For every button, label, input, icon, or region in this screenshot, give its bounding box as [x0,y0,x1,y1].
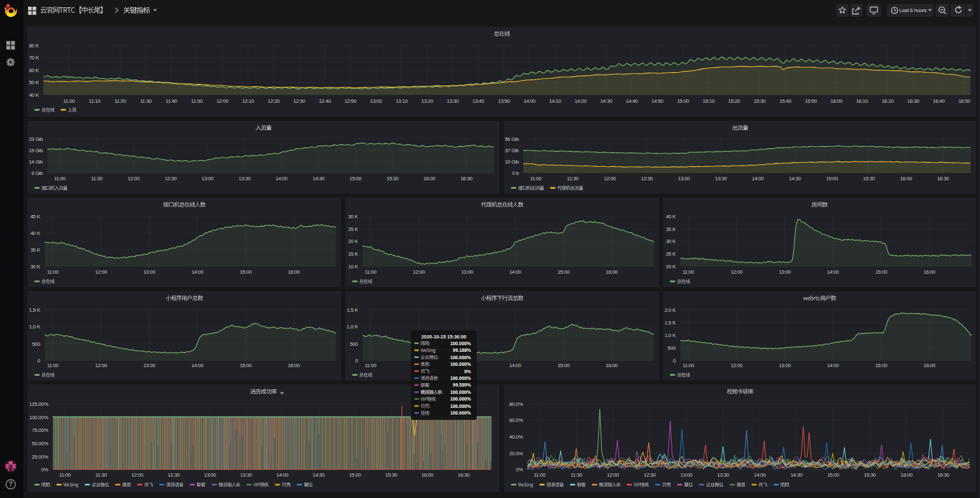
svg-text:20 K: 20 K [666,264,676,270]
svg-text:13:20: 13:20 [421,98,433,104]
svg-text:9 Gib: 9 Gib [31,170,43,176]
svg-text:1.0 K: 1.0 K [29,324,41,330]
svg-text:37 Gib: 37 Gib [505,148,519,154]
svg-text:15:00: 15:00 [349,472,361,478]
svg-text:13:00: 13:00 [779,362,791,368]
svg-text:15:00: 15:00 [557,269,569,275]
svg-text:15:00: 15:00 [826,176,838,182]
svg-text:100.000%: 100.000% [450,355,471,360]
svg-text:16:00: 16:00 [900,176,912,182]
svg-text::: : [442,390,443,395]
svg-text:13:00: 13:00 [144,269,156,275]
svg-text:12:00: 12:00 [128,176,140,182]
svg-text:40.0%: 40.0% [509,434,523,440]
svg-text:100.000%: 100.000% [450,404,471,409]
svg-text:1.0 K: 1.0 K [665,332,677,338]
svg-text:0%: 0% [41,467,48,473]
svg-text:12:30: 12:30 [293,98,305,104]
svg-text:1.5 K: 1.5 K [347,307,359,313]
svg-text:100.000%: 100.000% [450,411,471,415]
svg-text:12:00: 12:00 [95,269,107,275]
svg-text:15:00: 15:00 [557,362,569,368]
svg-text:60.0%: 60.0% [509,417,523,423]
svg-text:60 K: 60 K [29,67,39,73]
svg-text::: : [429,341,431,346]
svg-text:12:00: 12:00 [604,176,616,182]
svg-text:1.5 K: 1.5 K [665,320,677,326]
svg-text:11:30: 11:30 [567,176,578,182]
svg-text:11:00: 11:00 [682,362,694,368]
svg-text:12:10: 12:10 [242,98,254,104]
svg-text:25.00%: 25.00% [32,454,49,460]
svg-text::: : [435,348,437,352]
svg-text:13:40: 13:40 [473,98,485,104]
svg-text:40 K: 40 K [666,214,676,220]
svg-text:100.000%: 100.000% [450,390,471,395]
svg-text:15:10: 15:10 [702,98,714,104]
svg-text:2020-10-15 15:36:00: 2020-10-15 15:36:00 [421,334,467,340]
svg-text:16:20: 16:20 [882,98,894,104]
svg-text:15:30: 15:30 [387,176,399,182]
svg-text:15:30: 15:30 [754,98,766,104]
svg-text:1.5 K: 1.5 K [29,307,41,313]
svg-text:16:00: 16:00 [605,269,618,275]
svg-text:56 Gib: 56 Gib [505,136,519,142]
svg-text:13:00: 13:00 [204,472,216,478]
svg-text:11:30: 11:30 [140,98,152,104]
svg-text:13:30: 13:30 [240,472,252,478]
svg-text:13:00: 13:00 [678,176,690,182]
svg-text:13:00: 13:00 [680,472,692,478]
svg-text:16:00: 16:00 [830,98,842,104]
svg-text:16:10: 16:10 [856,98,868,104]
svg-text:50.00%: 50.00% [32,441,49,447]
svg-text:15:30: 15:30 [864,472,876,478]
svg-text::: : [429,362,431,366]
svg-text:12:00: 12:00 [216,98,228,104]
svg-text:11:10: 11:10 [89,98,100,104]
svg-text:16:00: 16:00 [423,176,435,182]
svg-text:11:20: 11:20 [114,98,126,104]
svg-text:12:00: 12:00 [413,269,425,275]
svg-text:14:30: 14:30 [600,98,612,104]
svg-text:500: 500 [32,341,40,347]
svg-text:15:20: 15:20 [728,98,740,104]
svg-text:100.000%: 100.000% [450,397,471,401]
svg-text:70 K: 70 K [29,55,39,61]
svg-text:14:10: 14:10 [549,98,561,104]
svg-text:12:00: 12:00 [730,269,742,275]
svg-text:13:00: 13:00 [779,269,791,275]
svg-text::: : [437,376,439,381]
svg-text:75.00%: 75.00% [32,427,49,433]
svg-text:14:00: 14:00 [523,98,535,104]
svg-text:14:00: 14:00 [276,472,288,478]
svg-text:100.00%: 100.00% [29,415,49,421]
svg-text:16:00: 16:00 [923,269,935,275]
svg-text:500: 500 [668,345,676,351]
svg-text:11:00: 11:00 [364,362,376,368]
svg-text:14:00: 14:00 [192,269,204,275]
svg-text:14:30: 14:30 [312,176,324,182]
svg-text:15:00: 15:00 [240,269,252,275]
svg-text:13:00: 13:00 [461,269,473,275]
svg-text:0%: 0% [515,467,523,473]
svg-text:15:00: 15:00 [875,269,887,275]
svg-text:14:30: 14:30 [790,472,802,478]
svg-text:11:30: 11:30 [91,176,102,182]
svg-text:16:40: 16:40 [933,98,945,104]
svg-text:30 K: 30 K [666,238,676,244]
svg-text:35 K: 35 K [30,247,41,253]
svg-text:14:40: 14:40 [626,98,638,104]
svg-text:0%: 0% [465,369,471,374]
svg-text:15:00: 15:00 [240,362,252,368]
svg-text:19 Gib: 19 Gib [505,159,519,165]
svg-text:14:00: 14:00 [276,176,288,182]
svg-text:20.0%: 20.0% [509,451,523,457]
svg-text:13:30: 13:30 [447,98,459,104]
svg-text:11:50: 11:50 [191,98,202,104]
svg-text:0: 0 [355,358,358,364]
svg-text:12:30: 12:30 [641,176,653,182]
svg-text:0: 0 [37,358,40,364]
svg-text:11:00: 11:00 [364,269,376,275]
svg-text:12:30: 12:30 [165,176,177,182]
svg-text::: : [429,404,431,409]
